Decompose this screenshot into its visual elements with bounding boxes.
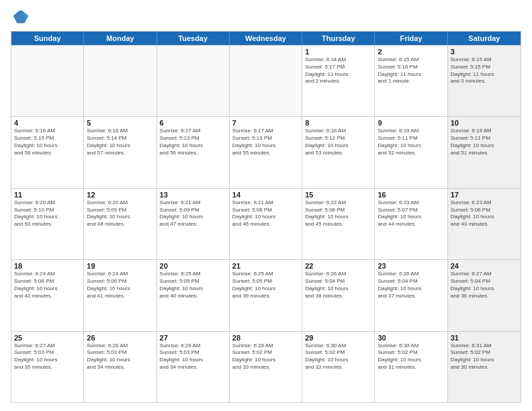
day-number: 6 xyxy=(160,119,226,127)
day-info: Sunrise: 6:16 AM Sunset: 5:15 PM Dayligh… xyxy=(14,128,81,156)
weekday-header-friday: Friday xyxy=(375,32,447,45)
day-info: Sunrise: 6:25 AM Sunset: 5:05 PM Dayligh… xyxy=(232,271,299,300)
calendar-row-1: 1Sunrise: 6:14 AM Sunset: 5:17 PM Daylig… xyxy=(11,45,521,116)
day-info: Sunrise: 6:19 AM Sunset: 5:11 PM Dayligh… xyxy=(451,128,518,156)
day-info: Sunrise: 6:30 AM Sunset: 5:02 PM Dayligh… xyxy=(305,342,371,371)
cal-cell-30: 30Sunrise: 6:30 AM Sunset: 5:02 PM Dayli… xyxy=(375,332,447,402)
cal-cell-17: 17Sunrise: 6:23 AM Sunset: 5:06 PM Dayli… xyxy=(448,189,521,259)
day-number: 31 xyxy=(451,334,518,342)
day-number: 8 xyxy=(305,119,371,127)
cal-cell-28: 28Sunrise: 6:29 AM Sunset: 5:02 PM Dayli… xyxy=(230,332,302,402)
day-info: Sunrise: 6:30 AM Sunset: 5:02 PM Dayligh… xyxy=(378,342,444,371)
cal-cell-5: 5Sunrise: 6:16 AM Sunset: 5:14 PM Daylig… xyxy=(84,117,157,187)
cal-cell-24: 24Sunrise: 6:27 AM Sunset: 5:04 PM Dayli… xyxy=(448,260,521,330)
cal-cell-11: 11Sunrise: 6:20 AM Sunset: 5:10 PM Dayli… xyxy=(11,189,84,259)
cal-cell-10: 10Sunrise: 6:19 AM Sunset: 5:11 PM Dayli… xyxy=(448,117,521,187)
day-number: 7 xyxy=(232,119,299,127)
day-info: Sunrise: 6:29 AM Sunset: 5:02 PM Dayligh… xyxy=(232,342,299,371)
cal-cell-15: 15Sunrise: 6:22 AM Sunset: 5:08 PM Dayli… xyxy=(302,189,375,259)
weekday-header-thursday: Thursday xyxy=(302,32,375,45)
day-info: Sunrise: 6:25 AM Sunset: 5:05 PM Dayligh… xyxy=(160,271,226,300)
day-info: Sunrise: 6:15 AM Sunset: 5:15 PM Dayligh… xyxy=(451,56,518,85)
cal-cell-22: 22Sunrise: 6:26 AM Sunset: 5:04 PM Dayli… xyxy=(302,260,375,330)
cal-cell-27: 27Sunrise: 6:29 AM Sunset: 5:03 PM Dayli… xyxy=(157,332,230,402)
day-info: Sunrise: 6:15 AM Sunset: 5:16 PM Dayligh… xyxy=(378,56,444,85)
cal-cell-29: 29Sunrise: 6:30 AM Sunset: 5:02 PM Dayli… xyxy=(302,332,375,402)
cal-cell-1: 1Sunrise: 6:14 AM Sunset: 5:17 PM Daylig… xyxy=(302,46,375,116)
day-number: 13 xyxy=(160,191,226,199)
day-number: 27 xyxy=(160,334,226,342)
day-info: Sunrise: 6:26 AM Sunset: 5:04 PM Dayligh… xyxy=(305,271,371,300)
day-info: Sunrise: 6:16 AM Sunset: 5:14 PM Dayligh… xyxy=(87,128,153,156)
day-info: Sunrise: 6:22 AM Sunset: 5:08 PM Dayligh… xyxy=(305,199,371,228)
day-info: Sunrise: 6:17 AM Sunset: 5:13 PM Dayligh… xyxy=(232,128,299,156)
cal-cell-31: 31Sunrise: 6:31 AM Sunset: 5:02 PM Dayli… xyxy=(448,332,521,402)
day-info: Sunrise: 6:21 AM Sunset: 5:09 PM Dayligh… xyxy=(160,199,226,228)
day-number: 18 xyxy=(14,262,81,270)
calendar-row-4: 18Sunrise: 6:24 AM Sunset: 5:06 PM Dayli… xyxy=(11,259,521,330)
header xyxy=(11,8,521,27)
day-number: 19 xyxy=(87,262,153,270)
day-info: Sunrise: 6:31 AM Sunset: 5:02 PM Dayligh… xyxy=(451,342,518,371)
day-number: 22 xyxy=(305,262,371,270)
cal-cell-8: 8Sunrise: 6:18 AM Sunset: 5:12 PM Daylig… xyxy=(302,117,375,187)
calendar-header: SundayMondayTuesdayWednesdayThursdayFrid… xyxy=(11,32,521,45)
cal-cell-12: 12Sunrise: 6:20 AM Sunset: 5:09 PM Dayli… xyxy=(84,189,157,259)
day-number: 20 xyxy=(160,262,226,270)
weekday-header-wednesday: Wednesday xyxy=(230,32,302,45)
day-number: 5 xyxy=(87,119,153,127)
cal-cell-empty-0-0 xyxy=(11,46,84,116)
day-number: 15 xyxy=(305,191,371,199)
day-info: Sunrise: 6:20 AM Sunset: 5:09 PM Dayligh… xyxy=(87,199,153,228)
day-number: 9 xyxy=(378,119,444,127)
day-number: 29 xyxy=(305,334,371,342)
day-number: 23 xyxy=(378,262,444,270)
day-info: Sunrise: 6:24 AM Sunset: 5:06 PM Dayligh… xyxy=(14,271,81,300)
cal-cell-18: 18Sunrise: 6:24 AM Sunset: 5:06 PM Dayli… xyxy=(11,260,84,330)
day-number: 30 xyxy=(378,334,444,342)
day-info: Sunrise: 6:28 AM Sunset: 5:03 PM Dayligh… xyxy=(87,342,153,371)
cal-cell-7: 7Sunrise: 6:17 AM Sunset: 5:13 PM Daylig… xyxy=(230,117,302,187)
calendar-row-3: 11Sunrise: 6:20 AM Sunset: 5:10 PM Dayli… xyxy=(11,188,521,259)
cal-cell-20: 20Sunrise: 6:25 AM Sunset: 5:05 PM Dayli… xyxy=(157,260,230,330)
cal-cell-14: 14Sunrise: 6:21 AM Sunset: 5:08 PM Dayli… xyxy=(230,189,302,259)
calendar-body: 1Sunrise: 6:14 AM Sunset: 5:17 PM Daylig… xyxy=(11,45,521,402)
day-number: 12 xyxy=(87,191,153,199)
weekday-header-saturday: Saturday xyxy=(448,32,521,45)
weekday-header-sunday: Sunday xyxy=(11,32,84,45)
day-number: 25 xyxy=(14,334,81,342)
day-info: Sunrise: 6:27 AM Sunset: 5:04 PM Dayligh… xyxy=(451,271,518,300)
day-info: Sunrise: 6:20 AM Sunset: 5:10 PM Dayligh… xyxy=(14,199,81,228)
day-info: Sunrise: 6:19 AM Sunset: 5:11 PM Dayligh… xyxy=(378,128,444,156)
day-number: 24 xyxy=(451,262,518,270)
day-number: 28 xyxy=(232,334,299,342)
cal-cell-empty-0-2 xyxy=(157,46,230,116)
weekday-header-monday: Monday xyxy=(84,32,157,45)
cal-cell-empty-0-1 xyxy=(84,46,157,116)
day-number: 17 xyxy=(451,191,518,199)
day-number: 11 xyxy=(14,191,81,199)
cal-cell-25: 25Sunrise: 6:27 AM Sunset: 5:03 PM Dayli… xyxy=(11,332,84,402)
day-number: 1 xyxy=(305,48,371,56)
day-info: Sunrise: 6:14 AM Sunset: 5:17 PM Dayligh… xyxy=(305,56,371,85)
cal-cell-empty-0-3 xyxy=(230,46,302,116)
cal-cell-2: 2Sunrise: 6:15 AM Sunset: 5:16 PM Daylig… xyxy=(375,46,447,116)
day-number: 21 xyxy=(232,262,299,270)
day-number: 26 xyxy=(87,334,153,342)
weekday-header-tuesday: Tuesday xyxy=(157,32,230,45)
day-info: Sunrise: 6:24 AM Sunset: 5:06 PM Dayligh… xyxy=(87,271,153,300)
day-number: 3 xyxy=(451,48,518,56)
day-number: 10 xyxy=(451,119,518,127)
calendar-row-2: 4Sunrise: 6:16 AM Sunset: 5:15 PM Daylig… xyxy=(11,116,521,187)
cal-cell-19: 19Sunrise: 6:24 AM Sunset: 5:06 PM Dayli… xyxy=(84,260,157,330)
logo xyxy=(11,8,32,27)
cal-cell-21: 21Sunrise: 6:25 AM Sunset: 5:05 PM Dayli… xyxy=(230,260,302,330)
day-info: Sunrise: 6:17 AM Sunset: 5:13 PM Dayligh… xyxy=(160,128,226,156)
cal-cell-9: 9Sunrise: 6:19 AM Sunset: 5:11 PM Daylig… xyxy=(375,117,447,187)
day-info: Sunrise: 6:26 AM Sunset: 5:04 PM Dayligh… xyxy=(378,271,444,300)
cal-cell-16: 16Sunrise: 6:23 AM Sunset: 5:07 PM Dayli… xyxy=(375,189,447,259)
cal-cell-4: 4Sunrise: 6:16 AM Sunset: 5:15 PM Daylig… xyxy=(11,117,84,187)
cal-cell-26: 26Sunrise: 6:28 AM Sunset: 5:03 PM Dayli… xyxy=(84,332,157,402)
day-number: 2 xyxy=(378,48,444,56)
logo-icon xyxy=(11,8,30,27)
